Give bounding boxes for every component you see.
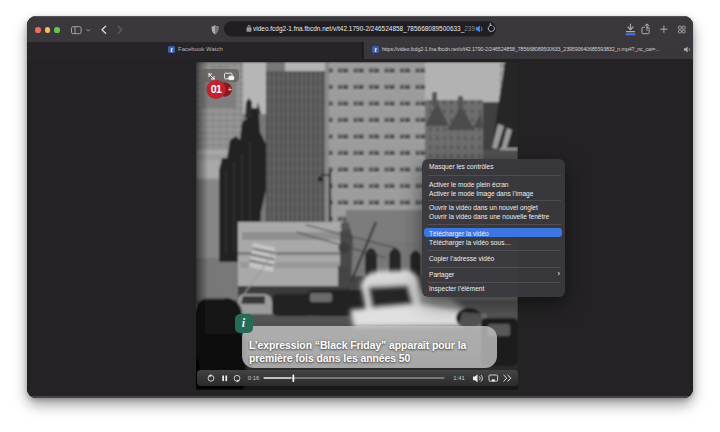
svg-text:1:41: 1:41 bbox=[453, 375, 465, 381]
svg-text:+: + bbox=[228, 86, 232, 93]
svg-text:01: 01 bbox=[211, 83, 222, 95]
svg-text:0:16: 0:16 bbox=[248, 375, 260, 381]
